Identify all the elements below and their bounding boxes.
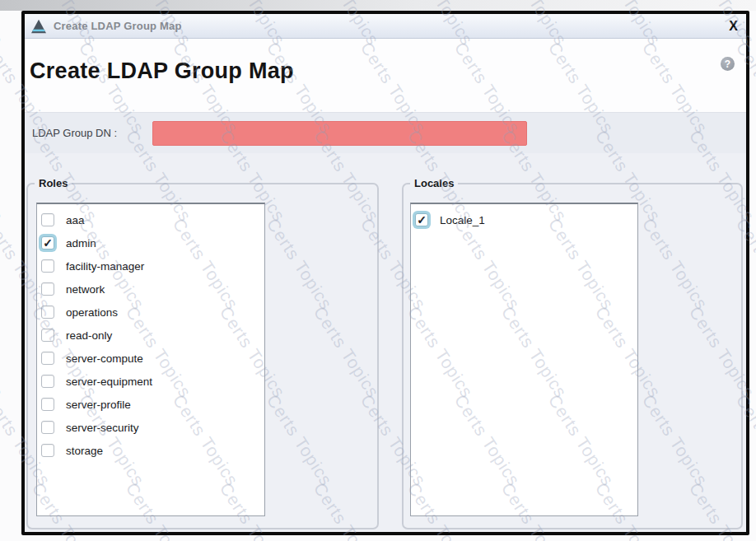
watermark-text: Certs Topics: [0, 127, 7, 226]
list-item-label: server-compute: [66, 352, 143, 365]
locales-groupbox: Locales ✓Locale_1: [402, 183, 743, 529]
ldap-group-dn-input[interactable]: [152, 121, 527, 146]
list-item-label: server-equipment: [66, 375, 152, 388]
help-icon[interactable]: ?: [721, 57, 735, 71]
list-item[interactable]: network: [37, 277, 264, 301]
dialog-content: Roles aaa✓adminfacility-managernetworkop…: [25, 153, 746, 532]
list-item-label: aaa: [66, 214, 85, 226]
list-item-label: network: [66, 283, 105, 296]
ucs-logo-icon: [30, 19, 47, 34]
checkbox-icon[interactable]: [41, 375, 54, 388]
checkbox-icon[interactable]: [41, 444, 54, 457]
list-item-label: facility-manager: [66, 260, 144, 273]
list-item-label: server-security: [66, 422, 139, 434]
locales-group-label: Locales: [410, 177, 458, 189]
checkbox-checked-icon[interactable]: ✓: [415, 213, 428, 226]
list-item-label: server-profile: [66, 399, 131, 411]
checkbox-icon[interactable]: [41, 259, 54, 273]
checkbox-icon[interactable]: [41, 305, 54, 319]
list-item[interactable]: operations: [37, 301, 264, 324]
roles-groupbox: Roles aaa✓adminfacility-managernetworkop…: [26, 183, 379, 529]
window-title: Create LDAP Group Map: [54, 20, 182, 32]
list-item-label: Locale_1: [440, 214, 485, 226]
list-item-label: admin: [66, 237, 96, 250]
list-item[interactable]: server-security: [37, 416, 264, 439]
checkbox-icon[interactable]: [41, 329, 54, 342]
checkbox-icon[interactable]: [41, 421, 54, 434]
list-item[interactable]: read-only: [37, 324, 264, 347]
ldap-group-dn-row: LDAP Group DN :: [25, 112, 746, 153]
list-item-label: read-only: [66, 329, 112, 342]
list-item[interactable]: facility-manager: [37, 254, 264, 277]
dialog-titlebar[interactable]: Create LDAP Group Map X: [25, 14, 746, 39]
list-item[interactable]: ✓Locale_1: [411, 208, 637, 231]
list-item[interactable]: server-equipment: [37, 370, 264, 393]
watermark-text: Certs Topics: [0, 479, 7, 541]
close-button[interactable]: X: [729, 20, 738, 33]
checkbox-icon[interactable]: [41, 213, 54, 226]
list-item[interactable]: aaa: [37, 208, 264, 231]
roles-group-label: Roles: [35, 177, 72, 189]
list-item-label: storage: [66, 445, 103, 457]
list-item[interactable]: ✓admin: [37, 231, 264, 254]
list-item[interactable]: server-compute: [37, 347, 264, 370]
watermark-text: Certs Topics: [0, 303, 7, 402]
checkbox-icon[interactable]: [41, 352, 54, 365]
create-ldap-group-map-dialog: Create LDAP Group Map X Create LDAP Grou…: [21, 11, 749, 535]
ldap-group-dn-label: LDAP Group DN :: [32, 127, 117, 139]
checkbox-icon[interactable]: [41, 282, 54, 296]
roles-list: aaa✓adminfacility-managernetworkoperatio…: [36, 203, 265, 516]
dialog-header: Create LDAP Group Map ?: [25, 39, 746, 112]
checkbox-icon[interactable]: [41, 398, 54, 411]
list-item[interactable]: storage: [37, 439, 264, 462]
list-item-label: operations: [66, 306, 118, 319]
list-item[interactable]: server-profile: [37, 393, 264, 416]
locales-list: ✓Locale_1: [410, 203, 638, 516]
page-title: Create LDAP Group Map: [30, 58, 294, 84]
screen: Create LDAP Group Map X Create LDAP Grou…: [0, 0, 756, 541]
checkbox-checked-icon[interactable]: ✓: [41, 236, 54, 250]
background-window-strip: [0, 0, 756, 11]
